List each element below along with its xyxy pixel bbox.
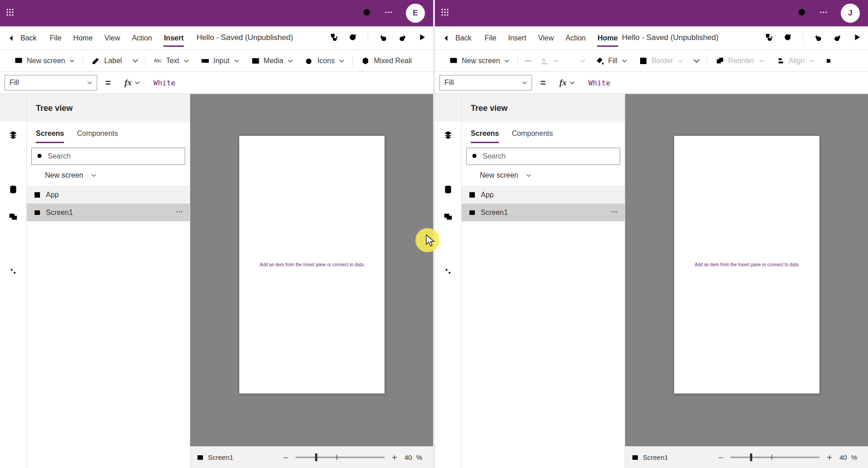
close-icon[interactable] bbox=[171, 102, 182, 115]
rail-flows[interactable] bbox=[0, 230, 26, 258]
app-checker-icon[interactable] bbox=[329, 33, 338, 44]
new-screen-tree-button[interactable]: New screen bbox=[27, 165, 190, 186]
tree-item-screen1[interactable]: Screen1 bbox=[462, 204, 625, 221]
more-options-icon[interactable] bbox=[611, 208, 618, 217]
reorder-button-disabled[interactable]: Reorder bbox=[710, 50, 770, 72]
close-icon[interactable] bbox=[606, 102, 616, 115]
menu-home-active[interactable]: Home bbox=[592, 26, 623, 50]
menu-view[interactable]: View bbox=[99, 26, 126, 50]
align-button-disabled[interactable]: Align bbox=[770, 50, 820, 72]
rail-flows[interactable] bbox=[435, 230, 461, 258]
canvas-artboard[interactable]: Add an item from the Insert pane or conn… bbox=[239, 136, 385, 393]
ribbon-expand-chevron[interactable] bbox=[689, 59, 705, 63]
label-icon bbox=[91, 56, 100, 65]
avatar[interactable]: E bbox=[406, 4, 425, 23]
menu-view[interactable]: View bbox=[532, 26, 559, 50]
canvas-artboard[interactable]: Add an item from the Insert pane or conn… bbox=[674, 136, 819, 393]
formula-input[interactable]: White bbox=[153, 79, 175, 87]
input-button[interactable]: Input bbox=[195, 50, 245, 72]
menu-file[interactable]: File bbox=[479, 26, 503, 50]
rail-data[interactable] bbox=[435, 176, 461, 203]
ribbon-overflow-button[interactable] bbox=[520, 50, 536, 72]
distribute-button-disabled-clipped[interactable] bbox=[820, 50, 837, 72]
environment-icon[interactable] bbox=[362, 8, 371, 19]
tab-components[interactable]: Components bbox=[77, 129, 118, 143]
zoom-slider[interactable] bbox=[296, 457, 385, 458]
tab-screens[interactable]: Screens bbox=[471, 129, 499, 143]
avatar[interactable]: J bbox=[841, 4, 860, 23]
media-button[interactable]: Media bbox=[245, 50, 299, 72]
zoom-slider-thumb[interactable] bbox=[750, 453, 752, 461]
label-button[interactable]: Label bbox=[85, 50, 128, 72]
more-options-icon[interactable] bbox=[176, 208, 183, 217]
redo-icon[interactable] bbox=[833, 33, 842, 44]
formula-input[interactable]: White bbox=[588, 79, 610, 87]
undo-icon[interactable] bbox=[814, 33, 823, 44]
zoom-out-button[interactable]: − bbox=[283, 453, 289, 462]
rail-controls[interactable] bbox=[0, 258, 26, 285]
play-icon[interactable] bbox=[853, 33, 862, 44]
rail-media[interactable] bbox=[435, 203, 461, 230]
app-launcher-icon[interactable] bbox=[440, 8, 449, 19]
font-color-button-disabled[interactable]: A bbox=[536, 50, 562, 72]
rail-tree-view[interactable] bbox=[0, 121, 26, 149]
zoom-in-button[interactable]: + bbox=[392, 453, 397, 462]
fill-bucket-icon bbox=[595, 56, 604, 65]
design-canvas[interactable]: Add an item from the Insert pane or conn… bbox=[190, 94, 433, 446]
app-checker-icon[interactable] bbox=[764, 33, 773, 44]
settings-ellipsis-icon[interactable] bbox=[384, 8, 393, 19]
app-launcher-icon[interactable] bbox=[5, 8, 15, 19]
fill-button[interactable]: Fill bbox=[589, 50, 632, 72]
rail-controls[interactable] bbox=[435, 258, 461, 285]
icons-button[interactable]: Icons bbox=[299, 50, 350, 72]
tab-components[interactable]: Components bbox=[512, 129, 553, 143]
search-input[interactable] bbox=[483, 152, 615, 160]
rail-data[interactable] bbox=[0, 176, 26, 203]
new-screen-button[interactable]: New screen bbox=[8, 50, 80, 72]
rail-tree-view[interactable] bbox=[435, 121, 461, 149]
property-dropdown[interactable]: Fill bbox=[5, 75, 97, 90]
undo-icon[interactable] bbox=[379, 33, 388, 44]
menu-insert-active[interactable]: Insert bbox=[158, 26, 190, 50]
property-dropdown[interactable]: Fill bbox=[439, 75, 532, 90]
fx-dropdown[interactable]: fx bbox=[554, 78, 580, 88]
menu-action[interactable]: Action bbox=[560, 26, 592, 50]
new-screen-button[interactable]: New screen bbox=[443, 50, 515, 72]
tree-item-app[interactable]: App bbox=[462, 186, 625, 204]
menu-insert[interactable]: Insert bbox=[502, 26, 532, 50]
back-button[interactable]: Back bbox=[435, 34, 479, 43]
zoom-out-button[interactable]: − bbox=[718, 453, 724, 462]
refresh-icon[interactable] bbox=[348, 33, 357, 44]
label-expand-chevron[interactable] bbox=[128, 50, 143, 72]
redo-icon[interactable] bbox=[398, 33, 407, 44]
new-screen-tree-button[interactable]: New screen bbox=[462, 165, 625, 186]
settings-ellipsis-icon[interactable] bbox=[819, 8, 828, 19]
rail-insert[interactable] bbox=[0, 149, 26, 176]
text-align-button-disabled[interactable] bbox=[562, 50, 589, 72]
rail-hamburger-menu[interactable] bbox=[435, 94, 461, 121]
zoom-in-button[interactable]: + bbox=[827, 453, 832, 462]
tree-item-screen1[interactable]: Screen1 bbox=[27, 204, 190, 221]
tree-item-app[interactable]: App bbox=[27, 186, 190, 204]
rail-media[interactable] bbox=[0, 203, 26, 230]
rail-insert[interactable] bbox=[435, 149, 461, 176]
menu-home[interactable]: Home bbox=[67, 26, 99, 50]
refresh-icon[interactable] bbox=[783, 33, 792, 44]
tab-screens[interactable]: Screens bbox=[36, 129, 64, 143]
border-button-disabled[interactable]: Border bbox=[633, 50, 689, 72]
menu-action[interactable]: Action bbox=[126, 26, 158, 50]
zoom-slider-thumb[interactable] bbox=[315, 453, 317, 461]
mixed-reality-button[interactable]: Mixed Reali bbox=[355, 50, 418, 72]
environment-icon[interactable] bbox=[797, 8, 806, 19]
search-input[interactable] bbox=[48, 152, 180, 160]
menu-file[interactable]: File bbox=[44, 26, 68, 50]
play-icon[interactable] bbox=[418, 33, 427, 44]
connect-to-data-link[interactable]: connect to data bbox=[767, 262, 798, 267]
rail-hamburger-menu[interactable] bbox=[0, 94, 26, 121]
fx-dropdown[interactable]: fx bbox=[119, 78, 145, 88]
connect-to-data-link[interactable]: connect to data bbox=[332, 262, 363, 267]
back-button[interactable]: Back bbox=[0, 34, 44, 43]
text-button[interactable]: Abc Text bbox=[148, 50, 195, 72]
design-canvas[interactable]: Add an item from the Insert pane or conn… bbox=[625, 94, 868, 446]
zoom-slider[interactable] bbox=[730, 457, 819, 458]
